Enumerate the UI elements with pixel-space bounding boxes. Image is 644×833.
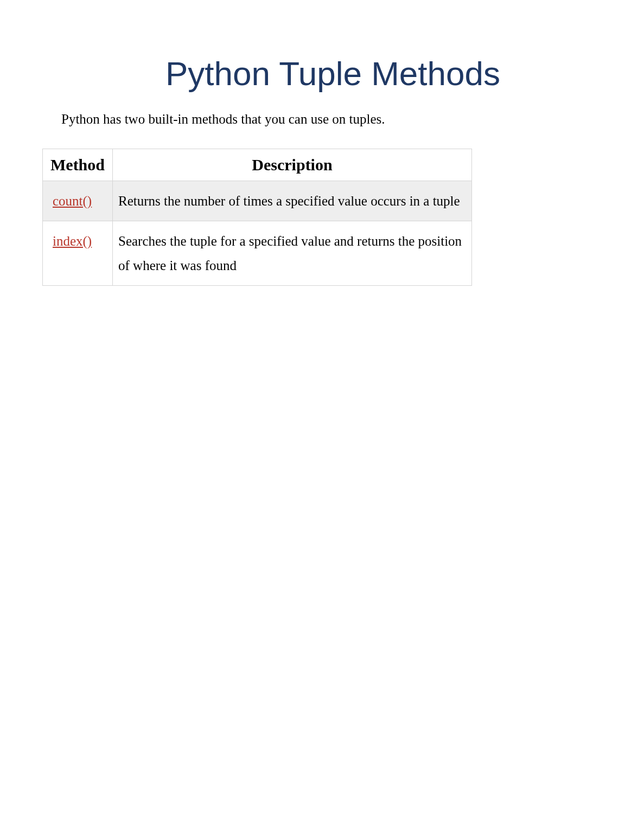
- method-cell: index(): [43, 221, 113, 285]
- table-row: index() Searches the tuple for a specifi…: [43, 221, 472, 285]
- header-description: Description: [113, 149, 472, 181]
- methods-table: Method Description count() Returns the n…: [42, 149, 472, 286]
- table-header-row: Method Description: [43, 149, 472, 181]
- page-title: Python Tuple Methods: [64, 54, 602, 93]
- intro-paragraph: Python has two built-in methods that you…: [61, 109, 602, 130]
- description-cell: Returns the number of times a specified …: [113, 181, 472, 221]
- table-row: count() Returns the number of times a sp…: [43, 181, 472, 221]
- description-cell: Searches the tuple for a specified value…: [113, 221, 472, 285]
- method-link-index[interactable]: index(): [53, 234, 92, 248]
- method-cell: count(): [43, 181, 113, 221]
- method-link-count[interactable]: count(): [53, 194, 92, 208]
- header-method: Method: [43, 149, 113, 181]
